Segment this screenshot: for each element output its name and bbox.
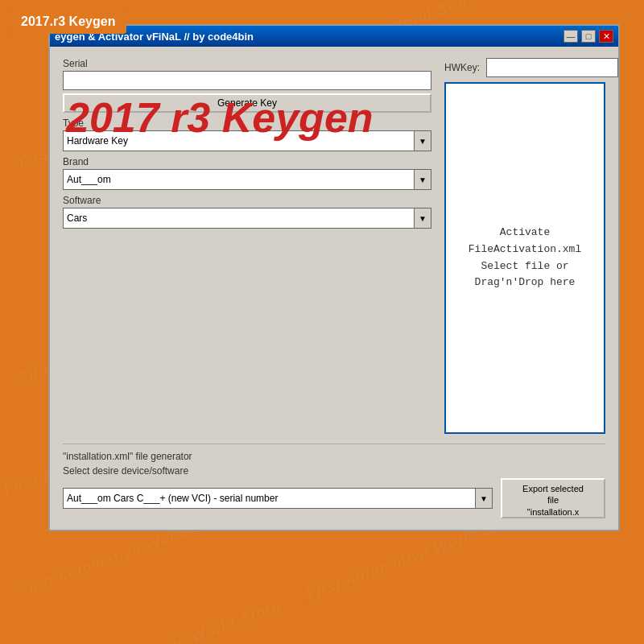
type-field-group: Type Hardware Key ▼ — [63, 118, 431, 151]
software-field-group: Software Cars ▼ — [63, 195, 431, 229]
right-column: HWKey: Activate FileActivation.xml Selec… — [444, 58, 605, 434]
brand-select-wrapper: Aut___om ▼ — [63, 169, 431, 190]
minimize-button[interactable]: — — [564, 30, 578, 43]
type-label: Type — [63, 118, 431, 129]
hwkey-label: HWKey: — [444, 62, 480, 73]
device-select-wrapper: Aut___om Cars C___+ (new VCI) - serial n… — [63, 488, 493, 509]
serial-field-group: Serial Generate Key — [63, 58, 431, 113]
restore-button[interactable]: □ — [581, 30, 596, 43]
device-select-label: Select desire device/software — [63, 465, 605, 477]
activate-dropzone[interactable]: Activate FileActivation.xml Select file … — [444, 82, 605, 434]
bottom-section: "installation.xml" file generator Select… — [63, 444, 605, 518]
activate-text: Activate FileActivation.xml Select file … — [459, 225, 591, 291]
hwkey-input[interactable] — [486, 58, 618, 77]
window-controls: — □ ✕ — [564, 30, 613, 43]
software-select-wrapper: Cars ▼ — [63, 208, 431, 229]
installation-section-title: "installation.xml" file generator — [63, 451, 605, 462]
window-content: 2017 r3 Keygen Serial Generate Key Type … — [50, 47, 618, 530]
device-row: Aut___om Cars C___+ (new VCI) - serial n… — [63, 478, 605, 518]
main-window: eygen & Activator vFiNaL // by code4bin … — [48, 24, 620, 531]
device-select[interactable]: Aut___om Cars C___+ (new VCI) - serial n… — [63, 488, 493, 509]
software-label: Software — [63, 195, 431, 206]
software-select[interactable]: Cars — [63, 208, 431, 229]
title-bar: eygen & Activator vFiNaL // by code4bin … — [50, 26, 618, 47]
brand-select[interactable]: Aut___om — [63, 169, 431, 190]
serial-input[interactable] — [63, 71, 431, 90]
brand-label: Brand — [63, 156, 431, 167]
export-button[interactable]: Export selected file "installation.x — [501, 478, 605, 518]
generate-key-button[interactable]: Generate Key — [63, 93, 431, 113]
brand-field-group: Brand Aut___om ▼ — [63, 156, 431, 190]
serial-label: Serial — [63, 58, 431, 69]
main-layout: Serial Generate Key Type Hardware Key ▼ — [63, 58, 605, 434]
title-badge: 2017.r3 Keygen — [10, 10, 126, 34]
hwkey-field-group: HWKey: — [444, 58, 605, 77]
left-column: Serial Generate Key Type Hardware Key ▼ — [63, 58, 431, 434]
close-button[interactable]: ✕ — [599, 30, 613, 43]
type-select-wrapper: Hardware Key ▼ — [63, 130, 431, 151]
type-select[interactable]: Hardware Key — [63, 130, 431, 151]
